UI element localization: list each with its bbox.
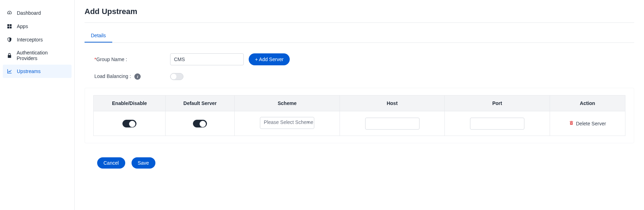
servers-table-wrap: Enable/Disable Default Server Scheme Hos… [85, 88, 634, 143]
delete-server-label: Delete Server [576, 121, 606, 126]
sidebar-item-label: Upstreams [17, 68, 41, 74]
svg-rect-2 [7, 27, 9, 28]
table-header-row: Enable/Disable Default Server Scheme Hos… [94, 96, 625, 111]
load-balancing-toggle[interactable] [170, 73, 183, 80]
gauge-icon [6, 10, 13, 16]
sidebar-item-interceptors[interactable]: Interceptors [3, 33, 72, 46]
cell-host [340, 111, 444, 136]
sidebar-item-label: Apps [17, 24, 28, 29]
cell-default [166, 111, 235, 136]
svg-rect-1 [10, 24, 12, 26]
cell-scheme: Please Select Scheme [235, 111, 340, 136]
sidebar: Dashboard Apps Interceptors Authenticati… [0, 0, 75, 210]
th-enable: Enable/Disable [94, 96, 166, 111]
scheme-select[interactable]: Please Select Scheme [260, 117, 314, 129]
th-scheme: Scheme [235, 96, 340, 111]
cell-action: Delete Server [550, 111, 625, 136]
th-action: Action [550, 96, 625, 111]
sidebar-item-dashboard[interactable]: Dashboard [3, 6, 72, 20]
svg-rect-3 [10, 27, 12, 28]
delete-server-button[interactable]: Delete Server [569, 120, 606, 126]
shield-icon [6, 37, 13, 43]
trash-icon [569, 120, 574, 126]
main-content: Add Upstream Details *Group Name : + Add… [75, 0, 644, 210]
sidebar-item-auth-providers[interactable]: Authentication Providers [3, 46, 72, 65]
port-input[interactable] [470, 118, 524, 130]
cell-enable [94, 111, 166, 136]
sidebar-item-label: Authentication Providers [16, 50, 68, 61]
toggle-knob [171, 74, 176, 79]
tab-details[interactable]: Details [85, 29, 112, 42]
host-input[interactable] [365, 118, 420, 130]
th-port: Port [445, 96, 550, 111]
form-row-load-balancing: Load Balancing : i [85, 73, 634, 80]
info-icon[interactable]: i [134, 73, 141, 80]
servers-table: Enable/Disable Default Server Scheme Hos… [93, 95, 625, 136]
save-button[interactable]: Save [132, 157, 155, 169]
default-server-toggle[interactable] [193, 120, 207, 127]
sidebar-item-label: Interceptors [17, 37, 43, 42]
form-row-group-name: *Group Name : + Add Server [85, 53, 634, 65]
grid-icon [6, 23, 13, 29]
divider [85, 22, 634, 23]
chart-line-icon [6, 68, 13, 74]
group-name-label: *Group Name : [94, 57, 170, 62]
th-host: Host [340, 96, 444, 111]
cell-port [445, 111, 550, 136]
toggle-knob [200, 121, 206, 127]
sidebar-item-label: Dashboard [17, 10, 41, 16]
group-name-input[interactable] [170, 53, 244, 65]
load-balancing-label: Load Balancing : i [94, 73, 170, 80]
svg-rect-0 [7, 24, 9, 26]
sidebar-item-upstreams[interactable]: Upstreams [3, 65, 72, 78]
page-title: Add Upstream [85, 7, 634, 16]
lock-icon [6, 52, 12, 59]
sidebar-item-apps[interactable]: Apps [3, 20, 72, 33]
add-server-button[interactable]: + Add Server [249, 53, 290, 65]
toggle-knob [129, 121, 135, 127]
footer-actions: Cancel Save [85, 157, 634, 169]
tabs: Details [85, 29, 634, 43]
th-default: Default Server [166, 96, 235, 111]
cancel-button[interactable]: Cancel [97, 157, 125, 169]
enable-toggle[interactable] [122, 120, 136, 127]
table-row: Please Select Scheme [94, 111, 625, 136]
